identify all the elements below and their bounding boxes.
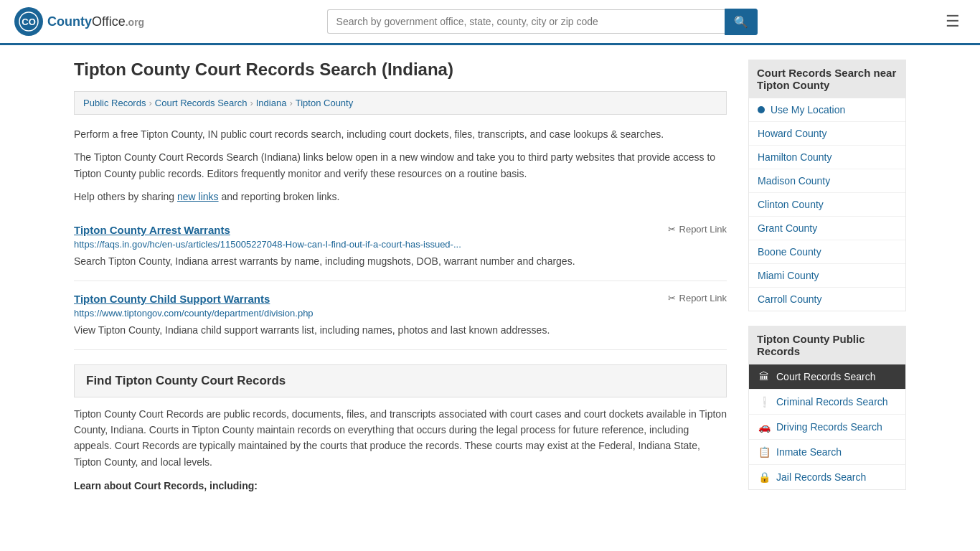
nearby-county-boone[interactable]: Boone County [749,240,905,264]
description-1: Perform a free Tipton County, IN public … [74,126,727,142]
search-area: 🔍 [327,9,758,35]
criminal-records-icon: ❕ [758,396,771,408]
pub-rec-driving-records[interactable]: 🚗 Driving Records Search [748,415,906,440]
header: CO CountyOffice.org 🔍 ☰ [0,0,980,45]
main-container: Tipton County Court Records Search (Indi… [60,45,920,519]
nearby-county-hamilton[interactable]: Hamilton County [749,146,905,169]
find-section-box: Find Tipton County Court Records [74,364,727,397]
hamilton-county-link[interactable]: Hamilton County [758,151,832,163]
record-desc-2: View Tipton County, Indiana child suppor… [74,323,727,338]
pub-rec-criminal-records[interactable]: ❕ Criminal Records Search [748,390,906,415]
breadcrumb-court-records[interactable]: Court Records Search [155,98,248,108]
nearby-county-clinton[interactable]: Clinton County [749,193,905,217]
nearby-county-miami[interactable]: Miami County [749,264,905,288]
learn-title: Learn about Court Records, including: [74,480,727,491]
location-dot-icon [758,106,765,113]
record-header: Tipton County Child Support Warrants ✂ R… [74,293,727,305]
breadcrumb: Public Records › Court Records Search › … [74,91,727,115]
use-my-location-link[interactable]: Use My Location [771,104,845,116]
nearby-county-howard[interactable]: Howard County [749,122,905,146]
public-records-header: Tipton County Public Records [748,326,906,364]
nearby-counties-box: Court Records Search near Tipton County … [748,60,906,311]
inmate-search-label: Inmate Search [776,446,842,458]
page-title: Tipton County Court Records Search (Indi… [74,60,727,80]
pub-rec-inmate-search[interactable]: 📋 Inmate Search [748,440,906,465]
description-2: The Tipton County Court Records Search (… [74,149,727,182]
menu-button[interactable]: ☰ [940,9,966,34]
grant-county-link[interactable]: Grant County [758,222,817,234]
content-area: Tipton County Court Records Search (Indi… [74,60,727,504]
boone-county-link[interactable]: Boone County [758,246,821,258]
pub-rec-court-records[interactable]: 🏛 Court Records Search [748,364,906,390]
description-3: Help others by sharing new links and rep… [74,189,727,204]
record-header: Tipton County Arrest Warrants ✂ Report L… [74,224,727,236]
sidebar: Court Records Search near Tipton County … [748,60,906,504]
breadcrumb-sep-1: › [149,98,151,108]
report-icon-2: ✂ [668,293,676,303]
nearby-county-grant[interactable]: Grant County [749,217,905,240]
report-icon-1: ✂ [668,224,676,235]
nearby-county-carroll[interactable]: Carroll County [749,288,905,311]
search-button[interactable]: 🔍 [725,9,758,35]
nearby-list: Use My Location Howard County Hamilton C… [748,98,906,311]
criminal-records-label: Criminal Records Search [776,396,888,408]
use-my-location-item[interactable]: Use My Location [749,98,905,122]
record-url-1[interactable]: https://faqs.in.gov/hc/en-us/articles/11… [74,239,727,250]
jail-records-icon: 🔒 [758,471,771,483]
breadcrumb-sep-2: › [250,98,253,108]
driving-records-icon: 🚗 [758,421,771,433]
nearby-header: Court Records Search near Tipton County [748,60,906,98]
record-item: Tipton County Child Support Warrants ✂ R… [74,281,727,350]
pub-rec-jail-records[interactable]: 🔒 Jail Records Search [748,465,906,490]
record-url-2[interactable]: https://www.tiptongov.com/county/departm… [74,308,727,319]
clinton-county-link[interactable]: Clinton County [758,199,824,210]
miami-county-link[interactable]: Miami County [758,270,819,281]
logo-text: CountyOffice.org [47,14,144,29]
breadcrumb-sep-3: › [289,98,292,108]
jail-records-label: Jail Records Search [776,471,866,483]
breadcrumb-indiana[interactable]: Indiana [256,98,287,108]
find-section-body: Tipton County Court Records are public r… [74,406,727,471]
court-records-label: Court Records Search [776,371,876,382]
carroll-county-link[interactable]: Carroll County [758,293,821,305]
howard-county-link[interactable]: Howard County [758,128,827,139]
inmate-search-icon: 📋 [758,446,771,458]
svg-text:CO: CO [22,17,36,27]
madison-county-link[interactable]: Madison County [758,175,830,187]
record-desc-1: Search Tipton County, Indiana arrest war… [74,254,727,269]
search-input[interactable] [327,9,725,34]
record-title-2[interactable]: Tipton County Child Support Warrants [74,293,270,305]
breadcrumb-public-records[interactable]: Public Records [83,98,146,108]
report-link-2[interactable]: ✂ Report Link [668,293,727,303]
record-item: Tipton County Arrest Warrants ✂ Report L… [74,212,727,281]
report-link-1[interactable]: ✂ Report Link [668,224,727,235]
logo-icon: CO [14,7,43,36]
driving-records-label: Driving Records Search [776,421,882,433]
find-section-title: Find Tipton County Court Records [86,374,715,388]
new-links-link[interactable]: new links [177,191,219,202]
record-title-1[interactable]: Tipton County Arrest Warrants [74,224,230,236]
court-records-icon: 🏛 [758,371,771,382]
nearby-county-madison[interactable]: Madison County [749,169,905,193]
breadcrumb-tipton[interactable]: Tipton County [296,98,353,108]
logo-area: CO CountyOffice.org [14,7,144,36]
public-records-box: Tipton County Public Records 🏛 Court Rec… [748,326,906,490]
